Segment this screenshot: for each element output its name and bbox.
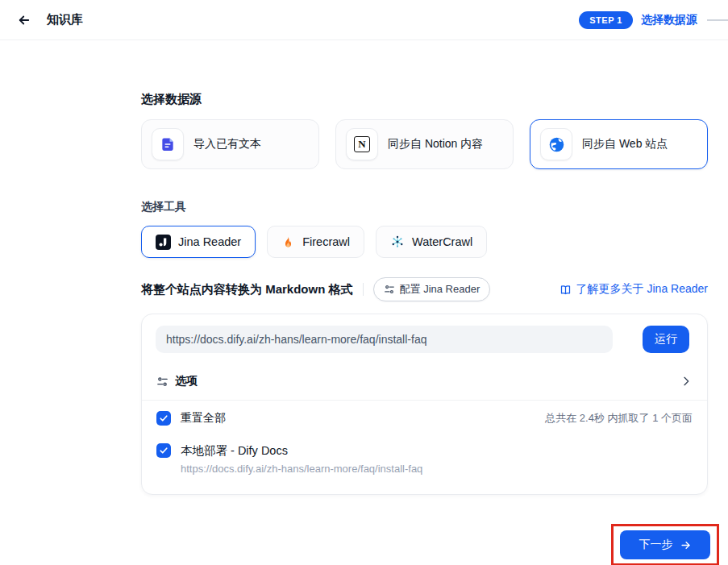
result-title: 本地部署 - Dify Docs <box>181 443 422 459</box>
configure-jina-button[interactable]: 配置 Jina Reader <box>373 277 491 301</box>
tool-firecrawl[interactable]: Firecrawl <box>267 226 364 258</box>
datasource-card-label: 导入已有文本 <box>193 137 261 152</box>
datasource-section-title: 选择数据源 <box>141 92 708 107</box>
learn-more-link[interactable]: 了解更多关于 Jina Reader <box>560 282 708 297</box>
crawler-panel: 运行 选项 重置全部 总共在 2.4秒 内抓取了 1 个页面 <box>141 314 708 495</box>
learn-more-label: 了解更多关于 Jina Reader <box>576 282 708 297</box>
sliders-icon <box>384 284 395 295</box>
datasource-card-label: 同步自 Web 站点 <box>582 137 668 152</box>
datasource-card-web[interactable]: 同步自 Web 站点 <box>530 119 708 169</box>
check-icon <box>159 413 168 423</box>
check-icon <box>159 446 168 455</box>
crawl-heading: 将整个站点内容转换为 Markdown 格式 <box>141 282 353 297</box>
back-button[interactable] <box>13 9 35 31</box>
page-title: 知识库 <box>47 12 83 27</box>
options-label: 选项 <box>175 374 198 388</box>
reset-all-row: 重置全部 总共在 2.4秒 内抓取了 1 个页面 <box>142 401 707 435</box>
crawl-summary: 总共在 2.4秒 内抓取了 1 个页面 <box>545 411 693 426</box>
file-text-icon <box>160 136 176 152</box>
datasource-card-notion[interactable]: N 同步自 Notion 内容 <box>335 119 514 169</box>
flame-icon <box>281 235 295 249</box>
globe-icon <box>548 136 565 153</box>
next-step-label: 下一步 <box>639 538 673 552</box>
result-checkbox[interactable] <box>156 443 171 458</box>
step-label: 选择数据源 <box>641 13 697 27</box>
divider <box>363 283 364 296</box>
notion-icon: N <box>354 136 370 152</box>
run-button[interactable]: 运行 <box>643 326 689 353</box>
annotation-highlight: 下一步 <box>611 524 719 565</box>
reset-all-label: 重置全部 <box>181 411 226 426</box>
tools-section-title: 选择工具 <box>141 200 708 214</box>
tool-selector: Jina Reader Firecrawl WaterCrawl <box>141 226 708 258</box>
datasource-card-label: 同步自 Notion 内容 <box>388 137 483 152</box>
datasource-cards: 导入已有文本 N 同步自 Notion 内容 同步自 Web 站点 <box>141 119 708 169</box>
arrow-left-icon <box>17 13 31 27</box>
step-connector <box>707 19 728 21</box>
arrow-right-icon <box>680 539 692 551</box>
step-badge: STEP 1 <box>579 11 633 29</box>
main-content: 选择数据源 导入已有文本 N 同步自 Notion 内容 同步自 Web 站点 <box>141 92 708 565</box>
header: 知识库 STEP 1 选择数据源 <box>0 0 728 40</box>
tool-label: WaterCrawl <box>412 235 472 248</box>
next-step-button[interactable]: 下一步 <box>620 530 710 559</box>
datasource-card-text[interactable]: 导入已有文本 <box>141 119 319 169</box>
tool-watercrawl[interactable]: WaterCrawl <box>376 226 487 258</box>
chevron-right-icon <box>680 375 693 388</box>
book-icon <box>560 284 572 296</box>
result-url: https://docs.dify.ai/zh-hans/learn-more/… <box>181 463 422 475</box>
options-toggle[interactable]: 选项 <box>142 363 707 401</box>
tool-label: Firecrawl <box>302 235 350 248</box>
tool-label: Jina Reader <box>178 235 241 248</box>
crawl-result-row: 本地部署 - Dify Docs https://docs.dify.ai/zh… <box>142 435 707 494</box>
reset-all-checkbox[interactable] <box>156 411 171 426</box>
network-icon <box>390 235 405 249</box>
jina-icon <box>156 235 171 250</box>
sliders-icon <box>156 376 168 388</box>
configure-jina-label: 配置 Jina Reader <box>400 282 480 297</box>
url-input[interactable] <box>156 326 613 353</box>
tool-jina-reader[interactable]: Jina Reader <box>141 226 256 258</box>
